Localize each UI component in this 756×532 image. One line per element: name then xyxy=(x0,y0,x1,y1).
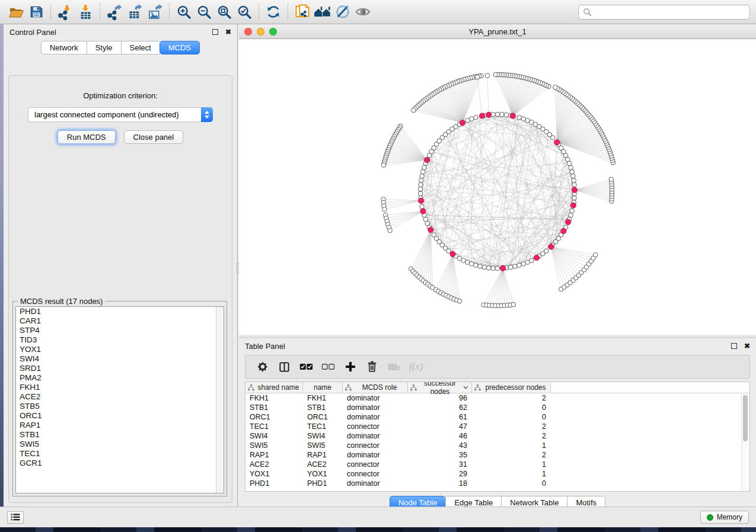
mcds-hub-node[interactable] xyxy=(510,113,515,118)
open-file-button[interactable] xyxy=(6,2,26,21)
select-all-columns-button[interactable] xyxy=(295,357,317,376)
network-node[interactable] xyxy=(419,182,423,187)
network-node[interactable] xyxy=(504,113,509,117)
zoom-out-button[interactable] xyxy=(194,2,214,21)
unselect-all-columns-button[interactable] xyxy=(317,357,339,376)
network-node[interactable] xyxy=(609,177,614,182)
network-node[interactable] xyxy=(421,169,426,174)
network-node[interactable] xyxy=(521,117,526,121)
mcds-hub-node[interactable] xyxy=(566,219,571,225)
mcds-hub-node[interactable] xyxy=(500,265,506,271)
column-header-successor-nodes[interactable]: successor nodes xyxy=(408,382,472,393)
mcds-result-item[interactable]: SRD1 xyxy=(16,364,224,373)
mcds-hub-node[interactable] xyxy=(572,187,577,193)
search-box[interactable] xyxy=(578,5,750,20)
table-row[interactable]: TEC1TEC1connector472 xyxy=(245,422,749,431)
table-row[interactable]: SWI4SWI4dominator462 xyxy=(245,431,749,441)
add-column-button[interactable] xyxy=(339,357,361,376)
import-network-button[interactable] xyxy=(55,2,75,21)
network-node[interactable] xyxy=(493,72,498,77)
network-node[interactable] xyxy=(419,178,424,183)
first-neighbors-button[interactable] xyxy=(312,2,333,21)
column-header-predecessor-nodes[interactable]: predecessor nodes xyxy=(472,382,551,393)
network-node[interactable] xyxy=(485,73,490,78)
save-session-button[interactable] xyxy=(26,2,46,21)
mcds-result-item[interactable]: PHD1 xyxy=(16,307,224,316)
network-node[interactable] xyxy=(381,163,386,168)
mcds-hub-node[interactable] xyxy=(418,198,423,203)
tab-select[interactable]: Select xyxy=(121,41,160,55)
network-node[interactable] xyxy=(388,228,393,233)
close-panel-icon[interactable]: ✖ xyxy=(744,343,750,349)
mcds-result-item[interactable]: STP4 xyxy=(16,326,224,335)
float-window-icon[interactable] xyxy=(731,343,737,349)
column-header-name[interactable]: name xyxy=(303,382,343,393)
mcds-result-item[interactable]: STB5 xyxy=(16,402,224,411)
network-node[interactable] xyxy=(420,204,425,209)
table-row[interactable]: STB1STB1dominator620 xyxy=(245,403,749,412)
mcds-list-scrollbar[interactable] xyxy=(216,307,224,493)
export-image-button[interactable] xyxy=(145,2,165,21)
mcds-hub-node[interactable] xyxy=(561,228,566,233)
delete-columns-button[interactable] xyxy=(361,357,383,376)
show-all-button[interactable] xyxy=(353,2,373,21)
network-node[interactable] xyxy=(572,182,577,187)
export-network-button[interactable] xyxy=(104,2,125,21)
mcds-result-item[interactable]: PMA2 xyxy=(16,373,224,383)
node-table[interactable]: shared namenameMCDS rolesuccessor nodesp… xyxy=(245,382,750,492)
mcds-hub-node[interactable] xyxy=(548,244,554,249)
close-panel-icon[interactable]: ✖ xyxy=(225,29,231,35)
tab-mcds[interactable]: MCDS xyxy=(160,41,200,55)
network-node[interactable] xyxy=(478,264,483,269)
mcds-result-item[interactable]: SWI5 xyxy=(16,440,224,449)
mcds-result-item[interactable]: ACE2 xyxy=(16,392,224,402)
task-history-button[interactable] xyxy=(7,511,24,524)
network-node[interactable] xyxy=(457,299,462,304)
mcds-hub-node[interactable] xyxy=(534,255,539,260)
mcds-hub-node[interactable] xyxy=(554,140,560,145)
table-row[interactable]: SWI5SWI5connector431 xyxy=(245,441,749,450)
network-node[interactable] xyxy=(382,207,387,211)
network-node[interactable] xyxy=(571,174,576,178)
network-node[interactable] xyxy=(513,264,518,269)
table-row[interactable]: RAP1RAP1dominator352 xyxy=(245,450,749,460)
network-node[interactable] xyxy=(517,116,522,120)
network-node[interactable] xyxy=(418,187,423,192)
zoom-fit-button[interactable] xyxy=(214,2,234,21)
zoom-selected-button[interactable] xyxy=(234,2,254,21)
new-network-from-selection-button[interactable] xyxy=(292,2,312,21)
mcds-hub-node[interactable] xyxy=(480,113,485,118)
network-node[interactable] xyxy=(500,112,505,117)
zoom-in-button[interactable] xyxy=(174,2,194,21)
network-node[interactable] xyxy=(572,178,576,183)
mcds-hub-node[interactable] xyxy=(486,112,492,117)
network-node[interactable] xyxy=(475,75,480,79)
table-row[interactable]: ORC1ORC1dominator610 xyxy=(245,412,749,422)
network-node[interactable] xyxy=(570,209,575,213)
table-row[interactable]: PHD1PHD1dominator180 xyxy=(245,479,749,488)
export-table-button[interactable] xyxy=(125,2,145,21)
mcds-result-item[interactable]: TID3 xyxy=(16,335,224,345)
mcds-result-item[interactable]: FKH1 xyxy=(16,383,224,392)
optimization-criterion-dropdown[interactable]: largest connected component (undirected) xyxy=(28,107,213,122)
network-node[interactable] xyxy=(511,302,516,307)
mcds-hub-node[interactable] xyxy=(425,158,430,163)
table-row[interactable]: FKH1FKH1dominator962 xyxy=(245,393,749,403)
network-node[interactable] xyxy=(412,108,416,113)
close-panel-button[interactable]: Close panel xyxy=(124,130,184,144)
column-header-MCDS-role[interactable]: MCDS role xyxy=(343,382,408,393)
network-node[interactable] xyxy=(420,174,425,178)
mcds-result-list[interactable]: PHD1CAR1STP4TID3YOX1SWI4SRD1PMA2FKH1ACE2… xyxy=(15,306,224,493)
network-node[interactable] xyxy=(427,153,432,158)
mcds-result-item[interactable]: CAR1 xyxy=(16,316,224,326)
scrollbar-thumb[interactable] xyxy=(743,395,748,441)
network-node[interactable] xyxy=(569,213,573,217)
node-table-scrollbar[interactable] xyxy=(741,394,749,491)
mcds-result-item[interactable]: RAP1 xyxy=(16,421,224,430)
network-node[interactable] xyxy=(418,191,423,196)
network-node[interactable] xyxy=(491,266,496,271)
refresh-button[interactable] xyxy=(263,2,283,21)
network-node[interactable] xyxy=(482,265,487,270)
network-node[interactable] xyxy=(422,165,427,170)
run-mcds-button[interactable]: Run MCDS xyxy=(58,130,116,144)
